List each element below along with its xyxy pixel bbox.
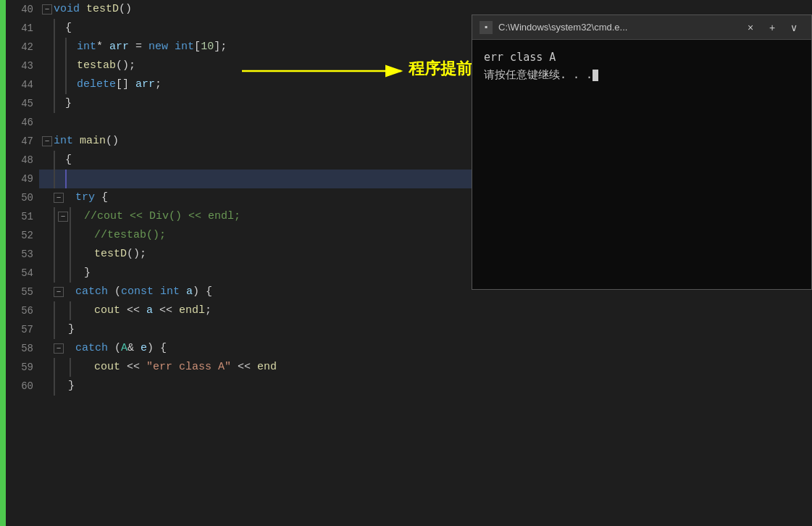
code-line-56: cout << a << endl; — [39, 301, 812, 320]
code-line-57: } — [39, 320, 812, 339]
collapse-51[interactable]: − — [58, 212, 68, 222]
line-num-55: 55 — [6, 283, 33, 301]
line-num-52: 52 — [6, 226, 33, 245]
terminal-close-button[interactable]: × — [740, 18, 761, 37]
terminal-titlebar: ▪ C:\Windows\system32\cmd.e... × + ∨ — [472, 15, 811, 40]
line-num-51: 51 — [6, 207, 33, 226]
terminal-window-buttons: × + ∨ — [740, 18, 804, 37]
line-num-44: 44 — [6, 75, 33, 94]
code-line-60: } — [39, 377, 812, 396]
terminal-cursor — [593, 70, 598, 81]
editor-container: 40 41 42 43 44 45 46 47 48 49 50 51 52 5… — [0, 0, 812, 526]
terminal-output-line1: err class A — [484, 49, 800, 66]
terminal-chevron-button[interactable]: ∨ — [784, 18, 804, 37]
collapse-47[interactable]: − — [42, 136, 52, 146]
line-num-47: 47 — [6, 132, 33, 151]
line-num-43: 43 — [6, 57, 33, 75]
collapse-40[interactable]: − — [42, 4, 52, 14]
line-num-48: 48 — [6, 151, 33, 170]
collapse-50[interactable]: − — [54, 193, 64, 203]
line-num-41: 41 — [6, 19, 33, 38]
line-num-45: 45 — [6, 94, 33, 113]
line-num-59: 59 — [6, 358, 33, 377]
collapse-55[interactable]: − — [54, 287, 64, 297]
line-num-42: 42 — [6, 38, 33, 57]
collapse-58[interactable]: − — [54, 343, 64, 354]
line-num-53: 53 — [6, 245, 33, 264]
terminal-cmd-icon: ▪ — [480, 21, 493, 34]
line-num-56: 56 — [6, 301, 33, 320]
line-num-54: 54 — [6, 264, 33, 283]
terminal-add-button[interactable]: + — [762, 18, 782, 37]
line-num-49: 49 — [6, 170, 33, 188]
line-num-60: 60 — [6, 377, 33, 396]
line-num-50: 50 — [6, 188, 33, 207]
line-num-58: 58 — [6, 339, 33, 358]
code-line-58: − catch (A& e) { — [39, 339, 812, 358]
code-line-59: cout << "err class A" << end — [39, 358, 812, 377]
line-num-46: 46 — [6, 113, 33, 132]
terminal-title: C:\Windows\system32\cmd.e... — [498, 22, 740, 33]
code-area[interactable]: − void testD() { int* arr = new int[10];… — [39, 0, 812, 526]
gutter-bar — [0, 0, 6, 526]
terminal-content: err class A 请按任意键继续. . . — [472, 40, 811, 92]
terminal-window[interactable]: ▪ C:\Windows\system32\cmd.e... × + ∨ err… — [472, 14, 812, 290]
line-numbers: 40 41 42 43 44 45 46 47 48 49 50 51 52 5… — [6, 0, 39, 526]
terminal-output-line2: 请按任意键继续. . . — [484, 66, 800, 83]
line-num-57: 57 — [6, 320, 33, 339]
line-num-40: 40 — [6, 0, 33, 19]
